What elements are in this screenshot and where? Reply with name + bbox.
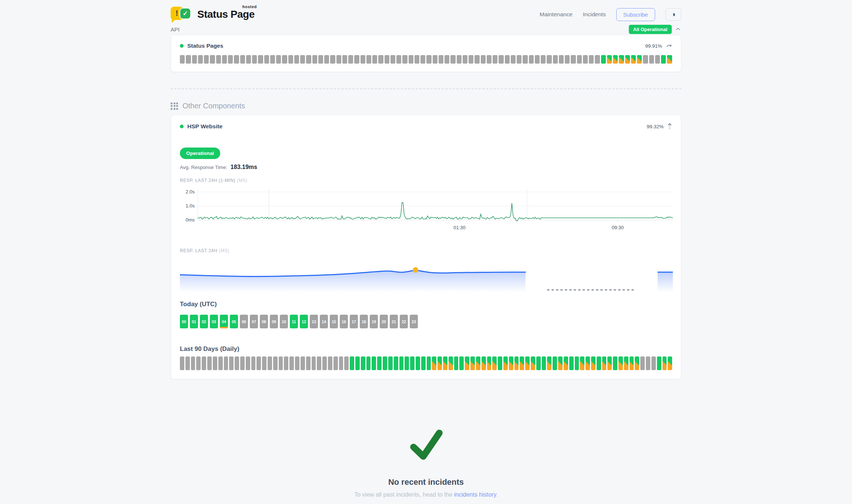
uptime-cell-nodata[interactable] xyxy=(505,55,510,64)
uptime-cell-nodata[interactable] xyxy=(409,55,413,64)
uptime-cell-nodata[interactable] xyxy=(342,55,347,64)
hour-block-02[interactable]: 02 xyxy=(200,315,208,328)
uptime-cell-nodata[interactable] xyxy=(180,55,185,64)
uptime-cell-nodata[interactable] xyxy=(385,55,389,64)
hour-block-06[interactable]: 06 xyxy=(240,315,248,328)
uptime-cell-degraded[interactable] xyxy=(607,55,612,64)
uptime-cell-nodata[interactable] xyxy=(300,55,305,64)
daily-cell-nodata[interactable] xyxy=(295,356,299,370)
daily-cell-up[interactable] xyxy=(388,356,393,370)
daily-cell-nodata[interactable] xyxy=(213,356,217,370)
daily-cell-up[interactable] xyxy=(372,356,376,370)
uptime-cell-nodata[interactable] xyxy=(324,55,329,64)
hour-block-01[interactable]: 01 xyxy=(190,315,198,328)
daily-cell-up[interactable] xyxy=(355,356,360,370)
daily-cell-up[interactable] xyxy=(427,356,431,370)
incidents-history-link[interactable]: incidents history xyxy=(454,491,496,498)
hour-block-18[interactable]: 18 xyxy=(360,315,368,328)
daily-cell-up[interactable] xyxy=(498,356,502,370)
daily-cell-degraded[interactable] xyxy=(547,356,551,370)
uptime-cell-degraded[interactable] xyxy=(637,55,642,64)
uptime-cell-nodata[interactable] xyxy=(487,55,492,64)
uptime-cell-nodata[interactable] xyxy=(541,55,546,64)
nav-incidents[interactable]: Incidents xyxy=(583,11,606,18)
uptime-cell-nodata[interactable] xyxy=(216,55,221,64)
uptime-cell-nodata[interactable] xyxy=(276,55,281,64)
uptime-cell-nodata[interactable] xyxy=(577,55,582,64)
uptime-cell-nodata[interactable] xyxy=(481,55,486,64)
uptime-cell-nodata[interactable] xyxy=(450,55,455,64)
uptime-cell-nodata[interactable] xyxy=(390,55,395,64)
uptime-cell-nodata[interactable] xyxy=(336,55,341,64)
daily-cell-nodata[interactable] xyxy=(180,356,184,370)
daily-cell-nodata[interactable] xyxy=(339,356,343,370)
daily-cell-nodata[interactable] xyxy=(279,356,283,370)
uptime-cell-nodata[interactable] xyxy=(469,55,473,64)
uptime-cell-nodata[interactable] xyxy=(420,55,425,64)
daily-cell-up[interactable] xyxy=(454,356,459,370)
daily-cell-degraded[interactable] xyxy=(443,356,447,370)
daily-cell-nodata[interactable] xyxy=(251,356,256,370)
hour-block-23[interactable]: 23 xyxy=(410,315,418,328)
subscribe-button[interactable]: Subscribe xyxy=(616,8,655,21)
hour-block-22[interactable]: 22 xyxy=(400,315,408,328)
uptime-cell-degraded[interactable] xyxy=(667,55,672,64)
daily-cell-nodata[interactable] xyxy=(268,356,272,370)
daily-cell-degraded[interactable] xyxy=(663,356,667,370)
daily-cell-up[interactable] xyxy=(410,356,415,370)
uptime-cell-nodata[interactable] xyxy=(240,55,245,64)
daily-cell-up[interactable] xyxy=(405,356,409,370)
daily-cell-nodata[interactable] xyxy=(235,356,239,370)
uptime-cell-nodata[interactable] xyxy=(282,55,287,64)
hour-block-14[interactable]: 14 xyxy=(320,315,328,328)
hour-block-07[interactable]: 07 xyxy=(250,315,258,328)
uptime-cell-nodata[interactable] xyxy=(288,55,293,64)
uptime-cell-nodata[interactable] xyxy=(426,55,431,64)
uptime-cell-nodata[interactable] xyxy=(198,55,203,64)
daily-cell-degraded[interactable] xyxy=(432,356,436,370)
daily-cell-nodata[interactable] xyxy=(246,356,250,370)
uptime-cell-degraded[interactable] xyxy=(613,55,618,64)
daily-cell-degraded[interactable] xyxy=(509,356,513,370)
hour-block-03[interactable]: 03 xyxy=(210,315,218,328)
daily-cell-nodata[interactable] xyxy=(301,356,305,370)
daily-cell-degraded[interactable] xyxy=(487,356,492,370)
daily-cell-up[interactable] xyxy=(416,356,420,370)
uptime-cell-nodata[interactable] xyxy=(396,55,401,64)
hour-block-00[interactable]: 00 xyxy=(180,315,188,328)
uptime-cell-nodata[interactable] xyxy=(210,55,215,64)
daily-cell-nodata[interactable] xyxy=(256,356,261,370)
daily-cell-degraded[interactable] xyxy=(618,356,623,370)
uptime-cell-nodata[interactable] xyxy=(204,55,209,64)
daily-cell-nodata[interactable] xyxy=(218,356,223,370)
daily-cell-degraded[interactable] xyxy=(465,356,469,370)
daily-cell-degraded[interactable] xyxy=(470,356,475,370)
uptime-cell-nodata[interactable] xyxy=(246,55,251,64)
daily-cell-nodata[interactable] xyxy=(207,356,212,370)
uptime-cell-nodata[interactable] xyxy=(270,55,275,64)
uptime-cell-nodata[interactable] xyxy=(493,55,497,64)
uptime-cell-nodata[interactable] xyxy=(312,55,317,64)
uptime-cell-nodata[interactable] xyxy=(228,55,233,64)
uptime-cell-nodata[interactable] xyxy=(348,55,353,64)
daily-cell-degraded[interactable] xyxy=(580,356,584,370)
uptime-cell-nodata[interactable] xyxy=(306,55,311,64)
uptime-cell-nodata[interactable] xyxy=(463,55,467,64)
daily-cell-nodata[interactable] xyxy=(640,356,645,370)
daily-cell-degraded[interactable] xyxy=(624,356,628,370)
hour-block-09[interactable]: 09 xyxy=(270,315,278,328)
daily-cell-up[interactable] xyxy=(366,356,371,370)
daily-cell-up[interactable] xyxy=(569,356,574,370)
hour-block-16[interactable]: 16 xyxy=(340,315,348,328)
daily-cell-nodata[interactable] xyxy=(322,356,327,370)
daily-cell-nodata[interactable] xyxy=(646,356,650,370)
uptime-cell-nodata[interactable] xyxy=(258,55,263,64)
uptime-cell-nodata[interactable] xyxy=(439,55,443,64)
daily-cell-degraded[interactable] xyxy=(558,356,563,370)
daily-cell-degraded[interactable] xyxy=(531,356,535,370)
daily-cell-nodata[interactable] xyxy=(312,356,316,370)
hour-block-19[interactable]: 19 xyxy=(370,315,378,328)
daily-cell-degraded[interactable] xyxy=(525,356,530,370)
uptime-cell-nodata[interactable] xyxy=(643,55,648,64)
hour-block-10[interactable]: 10 xyxy=(280,315,288,328)
